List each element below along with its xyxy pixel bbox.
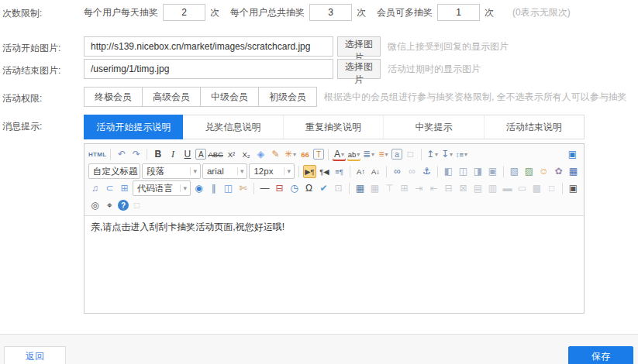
paste-text-icon[interactable]: T	[313, 149, 324, 160]
doc-icon[interactable]: □	[545, 182, 558, 195]
paragraph-format-icon[interactable]: ≡¶	[333, 165, 346, 178]
font-size-up-icon[interactable]: A↑	[354, 165, 367, 178]
image-align-right-icon[interactable]: ◨	[471, 165, 485, 178]
html-source-icon[interactable]: HTML	[88, 148, 106, 161]
blank-doc-icon[interactable]: □	[404, 148, 417, 161]
insert-frame-icon[interactable]: ⊞	[118, 182, 131, 195]
middle-member-button[interactable]: 中级会员	[200, 87, 259, 107]
total-draw-input[interactable]	[309, 4, 352, 21]
delete-col-icon[interactable]: ⊠	[457, 182, 470, 195]
font-color-icon[interactable]: A	[333, 148, 346, 161]
insert-table-icon[interactable]: ▦	[353, 182, 367, 195]
snapshot-icon[interactable]: ✄	[236, 182, 250, 195]
custom-title-select[interactable]: 自定义标题	[88, 163, 140, 179]
anchor-icon[interactable]: ⚓	[420, 165, 433, 178]
template-icon[interactable]: ⊡	[332, 182, 345, 195]
end-image-url-input[interactable]	[84, 59, 333, 79]
fullscreen-icon[interactable]: ▣	[566, 148, 579, 161]
editor-content[interactable]: 亲,请点击进入刮刮卡抽奖活动页面,祝您好运哦!	[84, 216, 584, 314]
table-title-icon[interactable]: ⊤	[383, 182, 396, 195]
music-icon[interactable]: ♫	[88, 182, 102, 195]
paste-icon[interactable]: □	[130, 199, 143, 212]
font-family-select[interactable]: arial	[202, 163, 248, 179]
pagebreak-icon[interactable]: ∥	[207, 182, 220, 195]
tab-win-tip[interactable]: 中奖提示	[384, 115, 484, 139]
insert-col-icon[interactable]: ⇤	[427, 182, 440, 195]
paragraph-rtl-icon[interactable]: ¶◀	[318, 165, 331, 178]
back-button[interactable]: 返回	[4, 346, 66, 364]
tab-activity-start-tip[interactable]: 活动开始提示说明	[84, 115, 183, 139]
unlink-icon[interactable]: ∞	[405, 165, 419, 178]
date-icon[interactable]: ⊟	[273, 182, 286, 195]
preview-icon[interactable]: ◎	[88, 199, 102, 212]
insert-image-icon[interactable]: ▧	[508, 165, 521, 178]
font-size-down-icon[interactable]: A↓	[369, 165, 382, 178]
find-replace-icon[interactable]: ⌖	[103, 199, 116, 212]
link-icon[interactable]: ∞	[391, 165, 404, 178]
redo-icon[interactable]: ↷	[129, 148, 143, 161]
italic-icon[interactable]: I	[166, 148, 179, 161]
horizontal-rule-icon[interactable]: —	[258, 182, 271, 195]
image-manager-icon[interactable]: ▨	[522, 165, 536, 178]
attachment-icon[interactable]: ⊂	[103, 182, 116, 195]
insert-row-icon[interactable]: ⇥	[412, 182, 426, 195]
start-image-pick-button[interactable]: 选择图片	[337, 36, 381, 57]
align-bottom-icon[interactable]: ↧	[440, 148, 453, 161]
senior-member-button[interactable]: 高级会员	[142, 87, 201, 107]
unordered-list-icon[interactable]: ≡	[377, 148, 390, 161]
insert-iframe-icon[interactable]: ◫	[222, 182, 235, 195]
ordered-list-icon[interactable]: ≣	[362, 148, 375, 161]
per-day-draw-input[interactable]	[163, 4, 205, 21]
permission-label: 活动权限:	[2, 92, 42, 105]
border-text-icon[interactable]: A	[195, 149, 206, 160]
highlight-color-icon[interactable]: ab	[347, 148, 360, 161]
bold-icon[interactable]: B	[151, 148, 164, 161]
underline-icon[interactable]: U	[181, 148, 194, 161]
subscript-icon[interactable]: X₂	[240, 148, 253, 161]
superscript-icon[interactable]: X²	[225, 148, 238, 161]
tab-redeem-info[interactable]: 兑奖信息说明	[183, 115, 283, 139]
scrawl-icon[interactable]: ✿	[552, 165, 565, 178]
start-image-url-input[interactable]	[84, 36, 333, 57]
merge-down-icon[interactable]: ▭	[516, 182, 529, 195]
format-brush-icon[interactable]: ✎	[269, 148, 282, 161]
distribute-rows-icon[interactable]: ▩	[530, 182, 543, 195]
start-image-hint: 微信上接受到回复的显示图片	[388, 40, 509, 53]
spellcheck-icon[interactable]: ✔	[317, 182, 330, 195]
paragraph-select[interactable]: 段落	[142, 163, 201, 179]
tab-repeat-draw[interactable]: 重复抽奖说明	[284, 115, 384, 139]
image-align-center-icon[interactable]: ◫	[457, 165, 470, 178]
blockquote-icon[interactable]: 66	[298, 148, 312, 161]
print-icon[interactable]: ▣	[567, 182, 580, 195]
help-icon[interactable]: ?	[118, 200, 129, 211]
split-rows-icon[interactable]: ▤	[471, 182, 485, 195]
delete-table-icon[interactable]: ▦	[368, 182, 381, 195]
time-icon[interactable]: ◷	[288, 182, 301, 195]
merge-right-icon[interactable]: ▬	[501, 182, 514, 195]
map-icon[interactable]: ◉	[192, 182, 205, 195]
auto-typeset-icon[interactable]: ✳	[284, 148, 297, 161]
font-size-select[interactable]: 12px	[249, 163, 295, 179]
merge-cells-icon[interactable]: ⊞	[398, 182, 411, 195]
code-language-select[interactable]: 代码语言	[133, 180, 191, 196]
split-cols-icon[interactable]: ▥	[486, 182, 499, 195]
image-align-left-icon[interactable]: ◧	[442, 165, 455, 178]
anchor-link-icon[interactable]: a	[391, 149, 402, 160]
save-button[interactable]: 保存	[568, 346, 633, 364]
emoji-icon[interactable]: ☺	[537, 165, 550, 178]
insert-video-icon[interactable]: ▦	[567, 165, 580, 178]
indent-icon[interactable]: ▶¶	[303, 165, 316, 178]
strikethrough-icon[interactable]: ABC	[208, 148, 223, 161]
junior-member-button[interactable]: 初级会员	[258, 87, 317, 107]
end-image-pick-button[interactable]: 选择图片	[337, 59, 381, 79]
align-top-icon[interactable]: ↥	[426, 148, 439, 161]
member-extra-draw-input[interactable]	[437, 4, 480, 21]
delete-row-icon[interactable]: ⊟	[442, 182, 455, 195]
image-inline-icon[interactable]: ▣	[486, 165, 499, 178]
tab-activity-end[interactable]: 活动结束说明	[485, 115, 584, 139]
eraser-icon[interactable]: ◈	[254, 148, 267, 161]
ultimate-member-button[interactable]: 终极会员	[84, 87, 143, 107]
special-char-icon[interactable]: Ω	[302, 182, 316, 195]
line-height-icon[interactable]: ↕≡	[455, 148, 468, 161]
undo-icon[interactable]: ↶	[115, 148, 128, 161]
